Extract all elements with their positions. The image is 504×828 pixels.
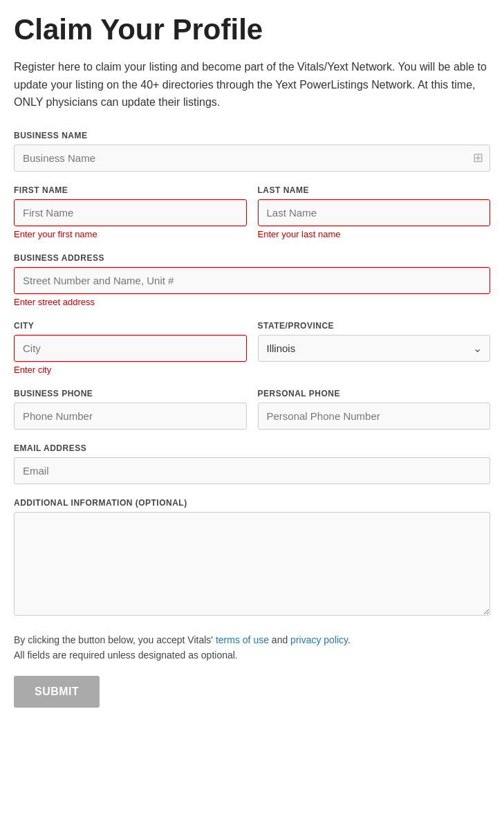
- terms-text-1: By clicking the button below, you accept…: [14, 634, 213, 645]
- last-name-input[interactable]: [258, 199, 491, 226]
- phone-row: BUSINESS PHONE PERSONAL PHONE: [14, 389, 490, 430]
- email-input[interactable]: [14, 457, 490, 484]
- first-name-group: FIRST NAME Enter your first name: [14, 185, 247, 239]
- city-input[interactable]: [14, 335, 247, 362]
- terms-text-and: and: [272, 634, 288, 645]
- city-error: Enter city: [14, 365, 247, 375]
- first-name-error: Enter your first name: [14, 229, 247, 239]
- city-state-row: CITY Enter city STATE/PROVINCE Illinois …: [14, 321, 490, 375]
- last-name-group: LAST NAME Enter your last name: [258, 185, 491, 239]
- business-address-label: BUSINESS ADDRESS: [14, 253, 490, 263]
- last-name-label: LAST NAME: [258, 185, 491, 195]
- business-name-icon: ⊞: [473, 150, 483, 165]
- city-label: CITY: [14, 321, 247, 331]
- page-title: Claim Your Profile: [14, 14, 490, 46]
- last-name-error: Enter your last name: [258, 229, 491, 239]
- additional-info-input[interactable]: [14, 512, 490, 616]
- state-label: STATE/PROVINCE: [258, 321, 491, 331]
- business-address-error: Enter street address: [14, 297, 490, 307]
- terms-section: By clicking the button below, you accept…: [14, 632, 490, 663]
- personal-phone-label: PERSONAL PHONE: [258, 389, 491, 398]
- email-field: EMAIL ADDRESS: [14, 443, 490, 484]
- first-name-label: FIRST NAME: [14, 185, 247, 195]
- terms-period: .: [348, 634, 351, 645]
- state-select[interactable]: Illinois Alabama Alaska Arizona Arkansas…: [258, 335, 491, 362]
- business-phone-input[interactable]: [14, 403, 247, 430]
- business-phone-label: BUSINESS PHONE: [14, 389, 247, 398]
- terms-of-use-link[interactable]: terms of use: [216, 634, 269, 645]
- personal-phone-group: PERSONAL PHONE: [258, 389, 491, 430]
- business-name-input[interactable]: [14, 145, 490, 172]
- terms-note: All fields are required unless designate…: [14, 650, 238, 661]
- additional-info-field: ADDITIONAL INFORMATION (OPTIONAL): [14, 498, 490, 618]
- email-label: EMAIL ADDRESS: [14, 443, 490, 453]
- first-name-input[interactable]: [14, 199, 247, 226]
- state-group: STATE/PROVINCE Illinois Alabama Alaska A…: [258, 321, 491, 375]
- business-name-label: BUSINESS NAME: [14, 131, 490, 140]
- additional-info-label: ADDITIONAL INFORMATION (OPTIONAL): [14, 498, 490, 508]
- business-phone-group: BUSINESS PHONE: [14, 389, 247, 430]
- privacy-policy-link[interactable]: privacy policy: [290, 634, 348, 645]
- city-group: CITY Enter city: [14, 321, 247, 375]
- business-address-input[interactable]: [14, 267, 490, 294]
- submit-button[interactable]: SUBMIT: [14, 676, 100, 708]
- page-description: Register here to claim your listing and …: [14, 58, 490, 111]
- business-address-field: BUSINESS ADDRESS Enter street address: [14, 253, 490, 307]
- personal-phone-input[interactable]: [258, 403, 491, 430]
- name-row: FIRST NAME Enter your first name LAST NA…: [14, 185, 490, 239]
- business-name-field: BUSINESS NAME ⊞: [14, 131, 490, 172]
